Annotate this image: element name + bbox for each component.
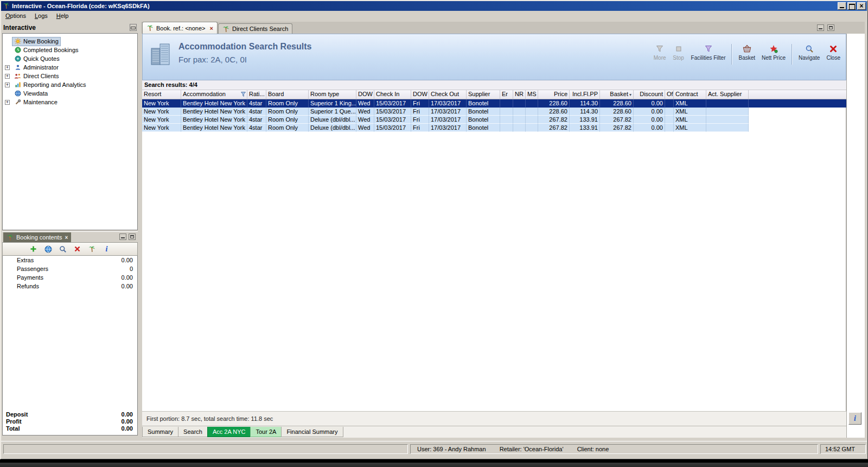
panel-minimize-icon[interactable] (119, 234, 126, 240)
toolbar-button-label: Close (826, 55, 840, 61)
main-panel-minimize-icon[interactable] (817, 24, 824, 31)
sidebar-item-quick-quotes[interactable]: Quick Quotes (3, 54, 137, 63)
toolbar-button-label: Nett Price (762, 55, 786, 61)
column-header-rati[interactable]: Rati... (247, 90, 266, 99)
booking-row-passengers: Passengers0 (3, 264, 137, 273)
column-header-check-in[interactable]: Check In (374, 90, 411, 99)
table-row[interactable]: New YorkBentley Hotel New York4starRoom … (142, 99, 846, 108)
cell-price: 228.60 (538, 108, 570, 116)
tree-item-label: Administrator (23, 64, 59, 71)
cell-rati: 4star (247, 124, 266, 132)
column-header-supplier[interactable]: Supplier (467, 90, 500, 99)
booking-contents-tab[interactable]: Booking contents × (3, 232, 71, 242)
funnel-grey-icon (655, 44, 664, 54)
menu-options[interactable]: Options (1, 11, 30, 20)
cell-room-type: Deluxe (dbl/dbl... (309, 116, 356, 124)
column-label: Supplier (468, 91, 490, 97)
cell-of (665, 99, 674, 108)
maximize-button[interactable] (847, 2, 856, 10)
cell-of (665, 124, 674, 132)
cell-incl-fl-pp: 114.30 (570, 99, 600, 108)
tree-item-content: Direct Clients (12, 72, 60, 80)
expand-icon[interactable]: + (5, 65, 10, 70)
toolbar-button-label: Navigate (799, 55, 820, 61)
bottom-tab-acc-2a-nyc[interactable]: Acc 2A NYC (207, 427, 251, 437)
right-gutter (846, 34, 865, 438)
column-label: Of (667, 91, 673, 97)
report-icon (14, 81, 21, 89)
column-header-check-out[interactable]: Check Out (429, 90, 467, 99)
menubar: OptionsLogsHelp (1, 11, 867, 21)
filter-icon[interactable] (240, 91, 246, 97)
close-button[interactable]: Close (823, 43, 844, 62)
column-header-basket[interactable]: Basket▾ (600, 90, 634, 99)
sidebar-item-reporting-and-analytics[interactable]: +Reporting and Analytics (3, 80, 137, 89)
minimize-button[interactable] (838, 2, 846, 10)
tab-book-ref-none[interactable]: Book. ref.: <none>× (142, 22, 218, 34)
bottom-tab-search[interactable]: Search (178, 427, 208, 437)
basket-button[interactable]: Basket (735, 43, 758, 62)
menu-logs[interactable]: Logs (30, 11, 52, 20)
booking-contents-close-icon[interactable]: × (65, 235, 68, 241)
bottom-tab-summary[interactable]: Summary (142, 427, 178, 437)
table-row[interactable]: New YorkBentley Hotel New York4starRoom … (142, 116, 846, 124)
sidebar-item-administrator[interactable]: +Administrator (3, 63, 137, 72)
panel-maximize-icon[interactable] (129, 234, 136, 240)
delete-icon[interactable] (73, 244, 82, 254)
sidebar-collapse-button[interactable] (130, 24, 137, 31)
sidebar-item-direct-clients[interactable]: +Direct Clients (3, 72, 137, 80)
table-row[interactable]: New YorkBentley Hotel New York4starRoom … (142, 108, 846, 116)
column-header-nr[interactable]: NR (513, 90, 526, 99)
column-label: Price (554, 91, 567, 97)
column-label: Rati... (249, 91, 265, 97)
column-header-dow[interactable]: DOW (411, 90, 429, 99)
facilities-filter-button[interactable]: Facilities Filter (688, 43, 729, 62)
sidebar-item-viewdata[interactable]: Viewdata (3, 89, 137, 98)
sidebar-item-completed-bookings[interactable]: Completed Bookings (3, 46, 137, 54)
column-label: Contract (675, 91, 698, 97)
cell-supplier: Bonotel (467, 124, 500, 132)
column-header-board[interactable]: Board (266, 90, 309, 99)
table-row[interactable]: New YorkBentley Hotel New York4starRoom … (142, 124, 846, 132)
bottom-tab-financial-summary[interactable]: Financial Summary (281, 427, 343, 437)
column-header-er[interactable]: Er (500, 90, 513, 99)
cell-act-supplier (706, 124, 749, 132)
column-header-discount[interactable]: Discount (634, 90, 665, 99)
column-header-resort[interactable]: Resort (142, 90, 181, 99)
column-label: DOW (413, 91, 427, 97)
tree-item-label: Maintenance (23, 99, 58, 105)
column-header-contract[interactable]: Contract (674, 90, 706, 99)
column-header-dow[interactable]: DOW (356, 90, 374, 99)
bottom-tab-tour-2a[interactable]: Tour 2A (250, 427, 282, 437)
expand-icon[interactable]: + (5, 83, 10, 87)
tab-close-icon[interactable]: × (210, 25, 213, 31)
main-panel-maximize-icon[interactable] (827, 24, 834, 31)
sidebar-item-maintenance[interactable]: +Maintenance (3, 98, 137, 106)
palm-icon[interactable] (87, 244, 97, 254)
add-icon[interactable] (29, 244, 39, 254)
column-header-act-supplier[interactable]: Act. Supplier (706, 90, 749, 99)
cell-accommodation: Bentley Hotel New York (181, 108, 247, 116)
close-button[interactable] (857, 2, 866, 10)
booking-row-refunds: Refunds0.00 (3, 282, 137, 291)
column-header-ms[interactable]: MS (526, 90, 538, 99)
column-header-room-type[interactable]: Room type (309, 90, 356, 99)
column-header-price[interactable]: Price (538, 90, 570, 99)
column-header-incl-fl-pp[interactable]: Incl.Fl.PP (570, 90, 600, 99)
cell-contract: XML (674, 124, 706, 132)
column-header-accommodation[interactable]: Accommodation (181, 90, 247, 99)
column-header-of[interactable]: Of (665, 90, 674, 99)
menu-help[interactable]: Help (52, 11, 73, 20)
search-icon[interactable] (58, 244, 68, 254)
world-icon[interactable] (43, 244, 53, 254)
nett-price-button[interactable]: Nett Price (758, 43, 789, 62)
sidebar-item-new-booking[interactable]: New Booking (3, 37, 137, 46)
tree-item-content: Completed Bookings (12, 46, 80, 54)
tab-direct-clients-search[interactable]: Direct Clients Search (218, 23, 292, 34)
expand-icon[interactable]: + (5, 74, 10, 79)
info-icon[interactable]: i (102, 244, 112, 254)
navigate-button[interactable]: Navigate (795, 43, 823, 62)
cell-basket: 228.60 (600, 99, 634, 108)
expand-icon[interactable]: + (5, 100, 10, 105)
info-button[interactable]: i (848, 412, 861, 425)
